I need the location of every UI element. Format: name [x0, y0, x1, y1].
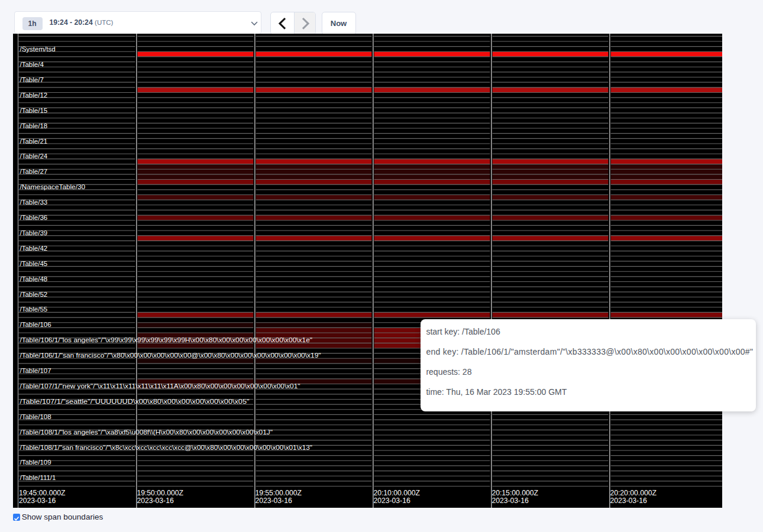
svg-text:/Table/21: /Table/21 — [20, 138, 48, 145]
svg-text:/Table/39: /Table/39 — [20, 229, 48, 236]
svg-text:/NamespaceTable/30: /NamespaceTable/30 — [20, 183, 86, 190]
svg-text:2023-03-16: 2023-03-16 — [137, 497, 174, 505]
svg-text:/Table/108: /Table/108 — [20, 413, 51, 420]
svg-text:/Table/18: /Table/18 — [20, 122, 48, 129]
svg-text:/Table/106/1/"san francisco"/": /Table/106/1/"san francisco"/"\x80\x00\x… — [20, 352, 321, 359]
svg-text:/Table/52: /Table/52 — [20, 291, 48, 298]
svg-text:20:15:00.000Z: 20:15:00.000Z — [492, 489, 538, 497]
svg-text:/Table/108/1/"los angeles"/"\x: /Table/108/1/"los angeles"/"\xa8\xf5\u00… — [20, 429, 273, 436]
svg-text:/Table/24: /Table/24 — [20, 153, 48, 160]
svg-text:19:55:00.000Z: 19:55:00.000Z — [255, 489, 302, 497]
svg-text:2023-03-16: 2023-03-16 — [492, 497, 529, 505]
svg-text:/Table/45: /Table/45 — [20, 260, 48, 267]
svg-text:/Table/55: /Table/55 — [20, 306, 48, 313]
svg-text:/Table/108/1/"san francisco"/": /Table/108/1/"san francisco"/"\x8c\xcc\x… — [20, 444, 313, 451]
svg-text:2023-03-16: 2023-03-16 — [19, 497, 56, 505]
svg-text:/Table/109: /Table/109 — [20, 459, 51, 466]
svg-text:19:45:00.000Z: 19:45:00.000Z — [19, 489, 66, 497]
svg-text:/Table/36: /Table/36 — [20, 214, 48, 221]
svg-text:2023-03-16: 2023-03-16 — [255, 497, 292, 505]
svg-text:/Table/106: /Table/106 — [20, 321, 51, 328]
svg-text:/Table/107: /Table/107 — [20, 367, 51, 374]
svg-text:/Table/106/1/"los angeles"/"\x: /Table/106/1/"los angeles"/"\x99\x99\x99… — [20, 336, 313, 343]
svg-text:/Table/33: /Table/33 — [20, 199, 48, 206]
svg-text:2023-03-16: 2023-03-16 — [610, 497, 647, 505]
svg-text:19:50:00.000Z: 19:50:00.000Z — [137, 489, 183, 497]
svg-text:20:20:00.000Z: 20:20:00.000Z — [610, 489, 657, 497]
svg-text:/Table/7: /Table/7 — [20, 76, 44, 83]
svg-text:/Table/4: /Table/4 — [20, 61, 44, 68]
svg-text:2023-03-16: 2023-03-16 — [373, 497, 410, 505]
svg-text:20:10:00.000Z: 20:10:00.000Z — [373, 489, 420, 497]
svg-text:/Table/42: /Table/42 — [20, 245, 48, 252]
svg-text:/Table/107/1/"seattle"/"UUUUUU: /Table/107/1/"seattle"/"UUUUUUD\x00\x80\… — [20, 398, 250, 405]
svg-text:/System/tsd: /System/tsd — [20, 46, 56, 53]
svg-text:/Table/107/1/"new york"/"\x11\: /Table/107/1/"new york"/"\x11\x11\x11\x1… — [20, 382, 300, 390]
svg-text:/Table/12: /Table/12 — [20, 92, 48, 99]
svg-text:/Table/48: /Table/48 — [20, 275, 48, 283]
svg-text:/Table/111/1: /Table/111/1 — [20, 474, 56, 481]
svg-text:/Table/15: /Table/15 — [20, 107, 48, 114]
svg-text:/Table/27: /Table/27 — [20, 168, 48, 175]
